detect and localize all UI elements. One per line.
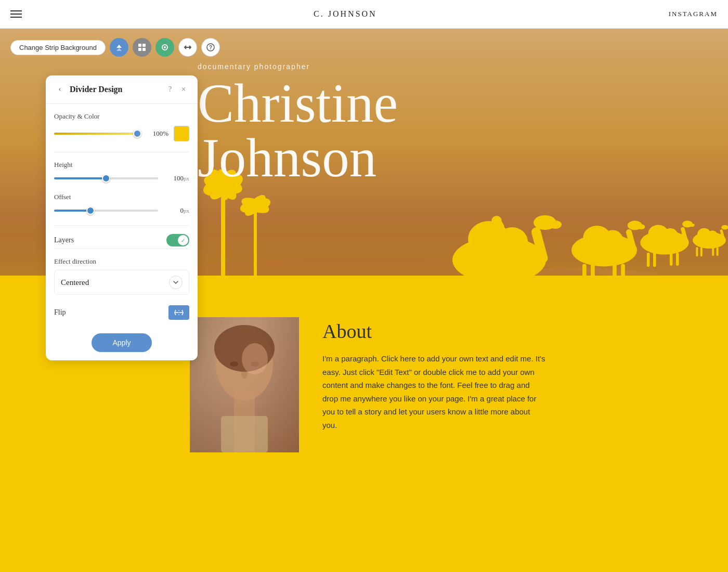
svg-rect-43 — [621, 264, 625, 282]
svg-rect-51 — [653, 253, 656, 267]
svg-rect-53 — [676, 253, 679, 266]
opacity-slider-thumb[interactable] — [133, 129, 141, 138]
about-section: About I'm a paragraph. Click here to add… — [322, 320, 546, 432]
panel-help-button[interactable]: ? — [164, 84, 176, 95]
panel-close-button[interactable]: × — [178, 84, 189, 95]
panel-title: Divider Design — [70, 85, 164, 94]
opacity-color-section: Opacity & Color 100% — [54, 112, 189, 141]
divider-1 — [54, 152, 189, 152]
svg-rect-60 — [700, 247, 703, 256]
svg-rect-18 — [254, 208, 257, 291]
svg-point-69 — [242, 343, 268, 374]
instagram-link[interactable]: INSTAGRAM — [669, 10, 718, 18]
panel-back-button[interactable]: ‹ — [54, 84, 66, 95]
height-slider-track[interactable] — [54, 177, 158, 179]
site-title: C. JOHNSON — [314, 9, 377, 19]
svg-rect-3 — [142, 48, 146, 51]
layers-row: Layers ✓ — [54, 234, 189, 246]
hamburger-menu[interactable] — [10, 10, 22, 18]
opacity-value: 100% — [142, 129, 168, 138]
grid-button[interactable] — [133, 38, 151, 57]
svg-rect-62 — [717, 247, 719, 256]
layers-label: Layers — [54, 236, 74, 244]
hero-subtitle: documentary photographer — [198, 62, 398, 71]
hero-text-section: documentary photographer Christine Johns… — [198, 62, 398, 185]
svg-point-27 — [549, 220, 562, 229]
apply-button[interactable]: Apply — [92, 333, 151, 352]
height-value: 100px — [163, 174, 189, 183]
hero-lastname: Johnson — [198, 131, 398, 185]
svg-rect-31 — [525, 280, 531, 296]
height-slider-thumb[interactable] — [102, 174, 110, 183]
dropdown-arrow-icon — [169, 276, 183, 289]
svg-point-39 — [638, 224, 645, 229]
offset-section: Offset 0px — [54, 193, 189, 215]
height-section: Height 100px — [54, 161, 189, 183]
svg-rect-1 — [142, 44, 146, 47]
svg-point-33 — [491, 216, 502, 226]
opacity-slider-row: 100% — [54, 126, 189, 141]
svg-rect-42 — [613, 264, 617, 282]
svg-point-66 — [230, 361, 238, 367]
svg-point-68 — [241, 370, 248, 379]
svg-rect-29 — [481, 280, 487, 296]
offset-label: Offset — [54, 193, 189, 201]
move-up-button[interactable] — [110, 38, 128, 57]
color-swatch[interactable] — [174, 126, 189, 141]
panel-footer: Apply — [46, 328, 198, 360]
portrait-photo — [190, 317, 299, 452]
offset-slider-thumb[interactable] — [86, 206, 95, 215]
offset-slider-row: 0px — [54, 206, 189, 215]
svg-rect-70 — [221, 416, 268, 452]
effect-direction-dropdown[interactable]: Centered — [54, 270, 189, 295]
offset-value: 0px — [163, 206, 189, 215]
opacity-color-label: Opacity & Color — [54, 112, 189, 121]
offset-slider-track[interactable] — [54, 210, 158, 212]
svg-point-5 — [164, 46, 166, 48]
about-title: About — [322, 320, 546, 343]
panel-body: Opacity & Color 100% Height — [46, 104, 198, 328]
resize-button[interactable] — [155, 38, 174, 57]
svg-text:?: ? — [209, 45, 212, 50]
svg-rect-41 — [591, 264, 595, 284]
svg-point-36 — [603, 230, 623, 249]
flip-button[interactable] — [178, 38, 197, 57]
svg-rect-28 — [468, 280, 474, 296]
hero-firstname: Christine — [198, 76, 398, 131]
divider-3 — [54, 249, 189, 249]
change-strip-bg-button[interactable]: Change Strip Background — [10, 40, 106, 55]
divider-2 — [54, 225, 189, 226]
divider-design-panel: ‹ Divider Design ? × Opacity & Color 100… — [46, 75, 198, 360]
top-nav: C. JOHNSON INSTAGRAM — [0, 0, 728, 29]
svg-rect-2 — [138, 48, 141, 51]
about-body: I'm a paragraph. Click here to add your … — [322, 352, 546, 432]
svg-point-49 — [690, 224, 695, 227]
effect-direction-value: Centered — [61, 278, 89, 287]
flip-row: Flip — [54, 303, 189, 320]
toolbar: Change Strip Background ? — [0, 29, 728, 63]
toggle-knob: ✓ — [178, 235, 188, 245]
effect-direction-section: Effect direction Centered — [54, 257, 189, 295]
svg-rect-50 — [647, 253, 650, 267]
svg-point-46 — [663, 228, 678, 241]
svg-rect-59 — [696, 247, 698, 256]
svg-rect-40 — [582, 264, 587, 284]
effect-direction-label: Effect direction — [54, 257, 189, 266]
opacity-slider-track[interactable] — [54, 133, 137, 135]
flip-button[interactable] — [168, 305, 189, 320]
svg-rect-52 — [670, 253, 673, 266]
flip-label: Flip — [54, 308, 66, 317]
svg-point-56 — [707, 230, 717, 240]
help-button[interactable]: ? — [201, 38, 220, 57]
height-label: Height — [54, 161, 189, 169]
layers-toggle[interactable]: ✓ — [166, 234, 189, 246]
svg-rect-12 — [221, 187, 225, 291]
svg-rect-30 — [512, 280, 518, 296]
panel-header: ‹ Divider Design ? × — [46, 75, 198, 104]
svg-rect-0 — [138, 44, 141, 47]
hero-name: Christine Johnson — [198, 76, 398, 185]
svg-rect-61 — [712, 247, 714, 256]
height-slider-row: 100px — [54, 174, 189, 183]
svg-point-58 — [721, 225, 728, 230]
